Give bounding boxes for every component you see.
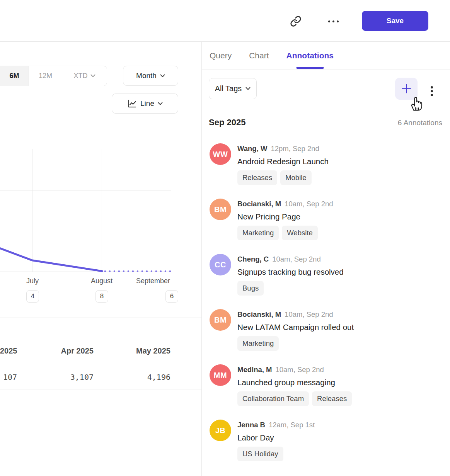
tab-chart[interactable]: Chart [249, 42, 269, 70]
x-tick-label: August [78, 277, 125, 285]
annotation-tag[interactable]: Marketing [237, 226, 279, 240]
interval-label: Month [136, 71, 157, 80]
annotation-tag[interactable]: Bugs [237, 281, 264, 296]
add-annotation-button[interactable] [395, 78, 418, 100]
annotation-title: New Pricing Page [237, 210, 333, 223]
save-button[interactable]: Save [362, 11, 428, 31]
annotation-group-header: Sep 2025 [209, 117, 245, 128]
chevron-down-icon [245, 87, 251, 90]
x-tick-label: July [9, 277, 56, 285]
chart-type-label: Line [140, 99, 154, 108]
tab-annotations[interactable]: Annotations [286, 42, 334, 70]
avatar: CC [210, 254, 231, 275]
panel-tabs: QueryChartAnnotations [202, 42, 450, 70]
annotation-timestamp: 12am, Sep 1st [269, 421, 315, 429]
avatar: MM [210, 364, 231, 386]
chevron-down-icon [160, 74, 165, 78]
table-value-cell[interactable]: 3,107 [17, 365, 94, 389]
annotation-tag[interactable]: Marketing [237, 336, 279, 351]
annotation-title: Signups tracking bug resolved [237, 265, 344, 279]
date-range-segmented-control: 6M12MXTD [0, 66, 107, 86]
metric-line-series [0, 149, 171, 272]
table-header-cell: May 2025 [94, 318, 170, 365]
table-value-row[interactable]: 1073,1074,196 [0, 365, 201, 389]
tag-filter-dropdown[interactable]: All Tags [209, 78, 257, 99]
annotation-timestamp: 10am, Sep 2nd [285, 310, 333, 319]
line-chart-icon [127, 99, 137, 109]
chart-type-dropdown[interactable]: Line [112, 94, 178, 114]
table-value-cell[interactable]: 4,196 [94, 365, 170, 389]
annotation-item[interactable]: JBJenna B12am, Sep 1stLabor DayUS Holida… [210, 420, 441, 461]
annotation-author: Wang, W [237, 144, 267, 153]
annotation-title: Labor Day [237, 431, 315, 444]
annotation-item[interactable]: BMBocianski, M10am, Sep 2ndNew Pricing P… [210, 199, 441, 240]
chevron-down-icon [90, 74, 95, 78]
annotation-tag[interactable]: Website [282, 226, 318, 240]
annotation-tags: Collaboration TeamReleases [237, 391, 352, 406]
avatar: JB [210, 420, 231, 441]
annotation-timestamp: 10am, Sep 2nd [275, 366, 324, 374]
more-options-icon[interactable] [325, 15, 342, 27]
top-bar: Save [0, 0, 450, 42]
annotation-group-count: 6 Annotations [398, 119, 442, 127]
annotation-title: New LATAM Campaign rolled out [237, 320, 354, 334]
interval-dropdown[interactable]: Month [123, 66, 178, 86]
annotation-title: Android Redesign Launch [237, 155, 329, 168]
annotation-tag[interactable]: Collaboration Team [237, 391, 309, 406]
annotation-count-badge[interactable]: 4 [26, 290, 39, 303]
avatar: WW [210, 143, 231, 165]
date-range-xtd[interactable]: XTD [62, 66, 107, 86]
topbar-divider [354, 12, 354, 30]
annotation-timestamp: 10am, Sep 2nd [285, 200, 333, 208]
annotation-item[interactable]: CCCheng, C10am, Sep 2ndSignups tracking … [210, 254, 441, 296]
annotation-count-badge[interactable]: 6 [165, 290, 178, 303]
copy-link-icon[interactable] [289, 15, 302, 28]
annotation-tags: MarketingWebsite [237, 226, 333, 240]
annotation-item[interactable]: MMMedina, M10am, Sep 2ndLaunched group m… [210, 364, 441, 406]
annotation-author: Bocianski, M [237, 200, 281, 208]
annotation-timestamp: 12pm, Sep 2nd [271, 144, 319, 153]
annotation-title: Launched group messaging [237, 376, 352, 389]
table-header-row: 2025Apr 2025May 2025 [0, 318, 201, 365]
annotation-tag[interactable]: US Holiday [237, 447, 283, 461]
table-header-cell: 2025 [0, 318, 17, 365]
annotation-tag[interactable]: Releases [312, 391, 352, 406]
avatar: BM [210, 199, 231, 220]
tab-query[interactable]: Query [210, 42, 232, 70]
details-panel: QueryChartAnnotations All Tags Sep 2025 … [201, 42, 450, 476]
results-table: 2025Apr 2025May 2025 1073,1074,196 [0, 318, 201, 389]
annotation-author: Bocianski, M [237, 310, 281, 319]
kebab-menu-icon[interactable] [428, 83, 436, 100]
annotation-tags: Bugs [237, 281, 344, 296]
annotation-author: Cheng, C [237, 255, 269, 264]
chevron-down-icon [158, 102, 163, 105]
tag-filter-label: All Tags [215, 84, 242, 93]
annotation-tag[interactable]: Mobile [280, 170, 312, 185]
annotation-item[interactable]: BMBocianski, M10am, Sep 2ndNew LATAM Cam… [210, 309, 441, 351]
line-chart-plot-area[interactable] [0, 149, 171, 272]
table-value-cell[interactable]: 107 [0, 365, 17, 389]
annotations-list: WWWang, W12pm, Sep 2ndAndroid Redesign L… [210, 143, 441, 475]
annotation-tags: US Holiday [237, 447, 315, 461]
x-tick-label: September [130, 277, 176, 285]
chart-panel: 6M12MXTD Month Line JulyAugustSeptember … [0, 42, 201, 476]
annotation-timestamp: 10am, Sep 2nd [272, 255, 320, 264]
annotation-item[interactable]: WWWang, W12pm, Sep 2ndAndroid Redesign L… [210, 143, 441, 185]
date-range-6m[interactable]: 6M [0, 66, 29, 86]
annotation-author: Jenna B [237, 421, 265, 429]
annotation-tag[interactable]: Releases [237, 170, 277, 185]
annotation-author: Medina, M [237, 366, 272, 374]
annotation-tags: ReleasesMobile [237, 170, 329, 185]
plus-icon [401, 83, 412, 94]
annotation-tags: Marketing [237, 336, 354, 351]
table-header-cell: Apr 2025 [17, 318, 94, 365]
avatar: BM [210, 309, 231, 331]
annotation-count-badge[interactable]: 8 [95, 290, 108, 303]
date-range-12m[interactable]: 12M [29, 66, 62, 86]
